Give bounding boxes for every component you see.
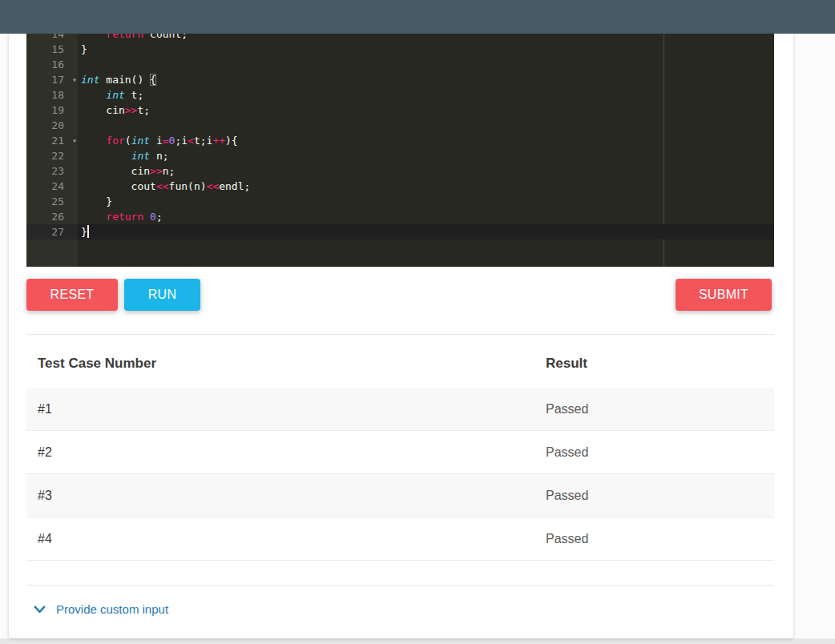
code-line-16: 16	[26, 57, 774, 72]
test-case-row: #2Passed	[26, 431, 774, 474]
top-header-bar	[0, 0, 835, 34]
test-case-row: #1Passed	[26, 388, 774, 431]
line-number: 18	[26, 87, 78, 103]
test-case-result: Passed	[546, 489, 774, 503]
provide-custom-input-label: Provide custom input	[56, 602, 168, 616]
line-number: 23	[26, 163, 78, 179]
code-line-23: 23 cin>>n;	[26, 163, 774, 179]
fold-arrow-icon[interactable]: ▾	[72, 72, 77, 87]
line-number: 20	[26, 118, 78, 133]
code-line-18: 18 int t;	[26, 87, 774, 103]
line-number: 17▾	[26, 72, 78, 87]
results-rows: #1Passed#2Passed#3Passed#4Passed	[26, 388, 774, 561]
test-case-number: #1	[38, 402, 546, 417]
fold-arrow-icon[interactable]: ▾	[72, 133, 77, 148]
line-number: 26	[26, 209, 78, 224]
test-case-result: Passed	[546, 445, 774, 460]
code-challenge-card: 14 return count;15}1617▾int main() {18 i…	[9, 0, 793, 638]
test-case-result: Passed	[546, 402, 774, 417]
line-number: 22	[26, 148, 78, 163]
code-line-20: 20	[26, 118, 774, 133]
code-editor[interactable]: 14 return count;15}1617▾int main() {18 i…	[26, 26, 774, 267]
run-button[interactable]: RUN	[124, 279, 200, 311]
test-case-row: #4Passed	[26, 517, 774, 561]
chevron-down-icon	[32, 602, 47, 617]
col-header-result: Result	[546, 356, 774, 372]
submit-button[interactable]: SUBMIT	[676, 279, 772, 311]
test-results-table: Test Case Number Result #1Passed#2Passed…	[26, 334, 774, 561]
line-number: 24	[26, 179, 78, 194]
test-case-number: #4	[38, 532, 546, 546]
line-number: 21▾	[26, 133, 78, 148]
code-line-24: 24 cout<<fun(n)<<endl;	[26, 179, 774, 194]
code-line-15: 15}	[26, 42, 774, 57]
divider	[26, 585, 774, 586]
editor-lines: 14 return count;15}1617▾int main() {18 i…	[26, 26, 774, 239]
test-case-row: #3Passed	[26, 474, 774, 517]
test-case-number: #2	[38, 445, 546, 460]
test-case-result: Passed	[546, 532, 774, 546]
test-case-number: #3	[38, 489, 546, 503]
code-line-22: 22 int n;	[26, 148, 774, 163]
code-line-25: 25 }	[26, 194, 774, 209]
page: 14 return count;15}1617▾int main() {18 i…	[0, 0, 835, 644]
line-number: 19	[26, 103, 78, 118]
col-header-test-case-number: Test Case Number	[38, 356, 546, 372]
page-bottom-strip	[0, 638, 835, 644]
reset-button[interactable]: RESET	[26, 279, 118, 311]
text-cursor	[87, 225, 89, 238]
code-line-21: 21▾ for(int i=0;i<t;i++){	[26, 133, 774, 148]
code-line-27: 27}	[26, 224, 774, 239]
line-number: 16	[26, 57, 78, 72]
line-number: 25	[26, 194, 78, 209]
line-number: 27	[26, 224, 78, 239]
provide-custom-input-toggle[interactable]: Provide custom input	[32, 596, 168, 622]
line-number: 15	[26, 42, 78, 57]
results-header-row: Test Case Number Result	[26, 335, 774, 388]
code-line-26: 26 return 0;	[26, 209, 774, 224]
code-line-17: 17▾int main() {	[26, 72, 774, 87]
code-line-19: 19 cin>>t;	[26, 103, 774, 118]
